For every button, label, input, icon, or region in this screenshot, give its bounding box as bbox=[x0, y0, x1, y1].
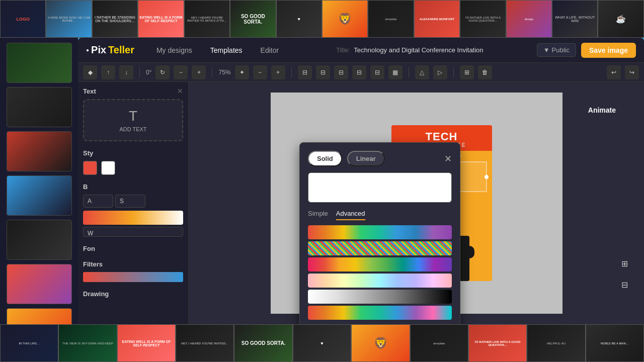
style-section-title: Sty bbox=[83, 149, 183, 157]
public-button[interactable]: ▼ Public bbox=[537, 43, 576, 57]
filters-section-title: Filters bbox=[83, 260, 183, 268]
logo-teller: Teller bbox=[108, 44, 134, 56]
layer-btn[interactable]: ◆ bbox=[83, 65, 97, 79]
color-swatch-white[interactable] bbox=[101, 161, 115, 175]
linear-tab[interactable]: Linear bbox=[347, 151, 385, 166]
expand-btn-2[interactable]: ⊟ bbox=[615, 275, 634, 294]
text-section: Text ✕ T ADD TEXT bbox=[83, 87, 183, 141]
simple-tab[interactable]: Simple bbox=[308, 208, 328, 220]
sep1 bbox=[139, 67, 140, 77]
plus-btn[interactable]: + bbox=[192, 65, 206, 79]
style-section: Sty bbox=[83, 149, 183, 175]
logo-pix: Pix bbox=[91, 44, 106, 56]
drawing-section: Drawing bbox=[83, 290, 183, 298]
add-layer-btn[interactable]: ⊞ bbox=[460, 65, 474, 79]
save-image-button[interactable]: Save image bbox=[581, 43, 636, 58]
zoom-in-btn[interactable]: + bbox=[271, 65, 285, 79]
nav-templates[interactable]: Templates bbox=[206, 44, 247, 56]
dropdown-icon: ▼ bbox=[543, 46, 550, 54]
align-left-btn[interactable]: ⊟ bbox=[298, 65, 312, 79]
filters-section: Filters bbox=[83, 260, 183, 282]
picker-header: Solid Linear ✕ bbox=[308, 151, 452, 166]
undo-btn[interactable]: ↩ bbox=[607, 65, 621, 79]
expand-buttons: ⊞ ⊟ bbox=[615, 254, 634, 294]
left-panel: Text ✕ T ADD TEXT Sty bbox=[78, 82, 189, 324]
palette-row-3[interactable] bbox=[308, 257, 452, 272]
bg-strip-top: LOGO A WISE MORE NON I NE CUM BOABE… I R… bbox=[0, 0, 644, 38]
text-section-title: Text ✕ bbox=[83, 87, 183, 95]
delete-btn[interactable]: 🗑 bbox=[478, 65, 492, 79]
card-tech: TECH bbox=[395, 130, 488, 143]
align-bottom-btn[interactable]: ⊟ bbox=[370, 65, 384, 79]
move-up-btn[interactable]: ↑ bbox=[101, 65, 115, 79]
color-picker-popup: Solid Linear ✕ Simple Advanced bbox=[299, 142, 460, 324]
animate-btn-container: Animate bbox=[590, 92, 634, 108]
animate-button[interactable]: Animate bbox=[580, 102, 624, 118]
sep3 bbox=[291, 67, 292, 77]
picker-close-btn[interactable]: ✕ bbox=[444, 153, 452, 164]
flip-v-btn[interactable]: ▷ bbox=[433, 65, 447, 79]
logo: ● Pix Teller bbox=[86, 44, 134, 56]
text-icon: T bbox=[92, 108, 174, 124]
drawing-label: Drawing bbox=[83, 290, 109, 298]
zoom-value: 75% bbox=[218, 69, 230, 76]
canvas-area: Animate TECH CONFERENCE LONDON, MAY 26 bbox=[189, 82, 644, 324]
rotate-value: 0° bbox=[146, 69, 151, 76]
zoom-out-btn[interactable]: − bbox=[253, 65, 267, 79]
chart-btn[interactable]: ▦ bbox=[388, 65, 403, 79]
laptop-screen: ● Pix Teller My designs Templates Editor… bbox=[78, 38, 644, 324]
align-top-btn[interactable]: ⊟ bbox=[352, 65, 366, 79]
palette-row-1[interactable] bbox=[308, 225, 452, 239]
palette-row-6[interactable] bbox=[308, 306, 452, 320]
left-side-strip bbox=[0, 38, 78, 324]
bg-size-input[interactable] bbox=[115, 195, 145, 208]
sep5 bbox=[453, 67, 454, 77]
align-right-btn[interactable]: ⊟ bbox=[334, 65, 348, 79]
nav-my-designs[interactable]: My designs bbox=[152, 44, 196, 56]
style-label: Sty bbox=[83, 149, 93, 157]
nav-right: ▼ Public Save image bbox=[537, 43, 636, 58]
rotate-btn[interactable]: ↻ bbox=[155, 65, 170, 79]
sep4 bbox=[409, 67, 409, 77]
handle-right[interactable] bbox=[485, 175, 489, 179]
width-input[interactable]: W bbox=[83, 227, 183, 237]
main-area: Text ✕ T ADD TEXT Sty bbox=[78, 82, 644, 324]
color-preview bbox=[308, 172, 452, 203]
sep2 bbox=[212, 67, 212, 77]
palette-row-4[interactable] bbox=[308, 274, 452, 288]
font-section: Fon bbox=[83, 245, 183, 252]
background-section: B W bbox=[83, 183, 183, 237]
palette-container bbox=[308, 225, 452, 320]
flip-h-btn[interactable]: △ bbox=[415, 65, 429, 79]
simple-advanced-tabs: Simple Advanced bbox=[308, 208, 452, 220]
expand-btn-1[interactable]: ⊞ bbox=[615, 254, 634, 273]
color-swatch-red[interactable] bbox=[83, 161, 97, 175]
redo-btn[interactable]: ↪ bbox=[625, 65, 639, 79]
nav-title-value: Technology and Digital Conference Invita… bbox=[354, 46, 483, 54]
filters-label: Filters bbox=[83, 260, 103, 268]
palette-row-5[interactable] bbox=[308, 290, 452, 304]
move-down-btn[interactable]: ↓ bbox=[119, 65, 133, 79]
add-text-label: ADD TEXT bbox=[92, 126, 174, 132]
palette-row-2[interactable] bbox=[308, 241, 452, 255]
toolbar: ◆ ↑ ↓ 0° ↻ − + 75% ✦ − + ⊟ ⊟ ⊟ ⊟ ⊟ ▦ △ ▷… bbox=[78, 63, 644, 82]
minus-btn[interactable]: − bbox=[174, 65, 188, 79]
filter-bar[interactable] bbox=[83, 272, 183, 282]
add-text-box[interactable]: T ADD TEXT bbox=[83, 99, 183, 141]
advanced-tab[interactable]: Advanced bbox=[336, 208, 365, 220]
nav-title-label: Title: bbox=[336, 46, 350, 54]
bg-align-input[interactable] bbox=[83, 195, 113, 208]
nav-editor[interactable]: Editor bbox=[257, 44, 283, 56]
drawing-section-title: Drawing bbox=[83, 290, 183, 298]
bg-label: B bbox=[83, 183, 88, 191]
panel-close-btn[interactable]: ✕ bbox=[177, 87, 183, 95]
align-center-btn[interactable]: ⊟ bbox=[316, 65, 330, 79]
font-label: Fon bbox=[83, 245, 95, 252]
nav-title-area: Title: Technology and Digital Conference… bbox=[293, 46, 526, 54]
bg-strip-bottom: IN THIS LIFE… THE VIEW IS SKY-DARK-AND-D… bbox=[0, 324, 644, 362]
bg-section-title: B bbox=[83, 183, 183, 191]
gradient-preview[interactable] bbox=[83, 211, 183, 225]
font-section-title: Fon bbox=[83, 245, 183, 252]
quality-btn[interactable]: ✦ bbox=[235, 65, 249, 79]
solid-tab[interactable]: Solid bbox=[308, 151, 342, 166]
